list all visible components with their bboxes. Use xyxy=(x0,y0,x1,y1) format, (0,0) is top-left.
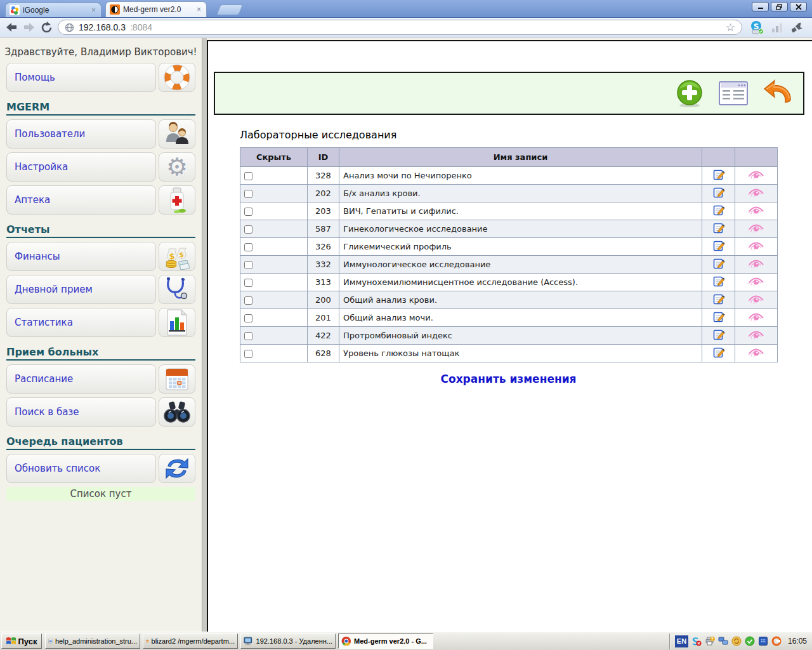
hide-checkbox[interactable] xyxy=(244,350,252,358)
tab-igoogle[interactable]: iGoogle × xyxy=(5,3,102,17)
sync-icon[interactable] xyxy=(731,636,742,646)
forward-nav-icon[interactable] xyxy=(23,22,36,33)
hide-checkbox[interactable] xyxy=(244,314,252,322)
refresh-list-button[interactable]: Обновить список xyxy=(6,454,156,483)
shield-check-icon[interactable] xyxy=(745,636,755,646)
hide-checkbox[interactable] xyxy=(244,190,252,198)
hide-checkbox[interactable] xyxy=(244,208,252,216)
skype-offline-icon[interactable] xyxy=(691,636,702,646)
tab-medgerm[interactable]: Med-germ ver2.0 × xyxy=(105,1,207,17)
eye-icon[interactable] xyxy=(748,347,764,357)
hide-checkbox[interactable] xyxy=(244,225,252,234)
navigation-toolbar: 192.168.0.3:8084 ☆ S xyxy=(0,18,812,37)
eye-icon[interactable] xyxy=(748,241,764,251)
help-button[interactable]: Помощь xyxy=(6,63,156,92)
statistics-icon-button[interactable] xyxy=(159,308,195,337)
eye-icon[interactable] xyxy=(748,258,764,269)
eye-icon[interactable] xyxy=(748,294,764,304)
settings-button[interactable]: Настройка xyxy=(6,152,156,182)
hide-cell xyxy=(240,309,308,327)
signal-bars-icon[interactable] xyxy=(771,22,784,32)
hide-checkbox[interactable] xyxy=(244,172,252,180)
name-cell: Иммунологическое исследование xyxy=(339,256,702,274)
pharmacy-button[interactable]: Аптека xyxy=(6,185,156,215)
view-cell xyxy=(735,309,778,327)
eye-icon[interactable] xyxy=(748,312,764,322)
edit-icon[interactable] xyxy=(712,204,725,216)
task-medgerm-active[interactable]: Med-germ ver2.0 - G... xyxy=(338,633,433,649)
save-changes-link[interactable]: Сохранить изменения xyxy=(240,373,777,385)
eye-icon[interactable] xyxy=(748,169,764,180)
id-cell: 200 xyxy=(308,291,339,309)
svg-text:S: S xyxy=(754,22,759,31)
edit-icon[interactable] xyxy=(712,328,725,341)
users-button[interactable]: Пользователи xyxy=(6,119,156,149)
view-cell xyxy=(735,274,778,291)
language-indicator[interactable]: EN xyxy=(675,635,688,647)
add-icon[interactable] xyxy=(675,79,704,108)
new-tab-button[interactable] xyxy=(216,4,244,15)
page-title: Лабораторные исследования xyxy=(240,129,396,141)
hide-checkbox[interactable] xyxy=(244,261,252,269)
edit-icon[interactable] xyxy=(712,293,725,305)
help-icon-button[interactable] xyxy=(159,63,195,92)
reload-icon[interactable] xyxy=(41,22,53,34)
back-nav-icon[interactable] xyxy=(5,22,18,33)
blue-app-icon[interactable] xyxy=(758,636,768,646)
settings-icon-button[interactable]: ⚙ xyxy=(159,152,195,182)
id-cell: 203 xyxy=(308,202,339,220)
network-icon[interactable] xyxy=(718,636,728,646)
task-word-doc[interactable]: W help_administration_stru... xyxy=(45,633,140,649)
printer-question-icon[interactable]: ? xyxy=(705,636,715,646)
daily-visits-button[interactable]: Дневной прием xyxy=(6,275,156,304)
comodo-icon[interactable] xyxy=(771,636,782,646)
search-db-icon-button[interactable] xyxy=(159,397,195,427)
eye-icon[interactable] xyxy=(748,223,764,233)
search-db-button[interactable]: Поиск в базе xyxy=(6,397,156,427)
edit-cell xyxy=(702,185,735,202)
finance-icon-button[interactable]: $ $ xyxy=(159,242,195,271)
refresh-list-icon-button[interactable] xyxy=(159,454,195,483)
edit-icon[interactable] xyxy=(712,239,725,252)
list-icon[interactable] xyxy=(718,80,749,107)
skype-ext-icon[interactable]: S xyxy=(750,20,764,34)
task-remote-desktop[interactable]: 192.168.0.3 - Удаленн... xyxy=(240,633,336,649)
name-cell: Анализ мочи по Нечипоренко xyxy=(339,167,702,185)
eye-icon[interactable] xyxy=(748,329,764,340)
daily-visits-icon-button[interactable] xyxy=(159,275,195,304)
edit-icon[interactable] xyxy=(712,168,725,181)
task-blizard[interactable]: нв blizard2 /mgerm/departm... xyxy=(143,633,238,649)
minimize-button[interactable] xyxy=(752,2,769,11)
eye-icon[interactable] xyxy=(748,276,764,286)
tab-close-icon[interactable]: × xyxy=(195,5,202,14)
hide-checkbox[interactable] xyxy=(244,296,252,305)
users-icon-button[interactable] xyxy=(159,119,195,149)
address-bar[interactable]: 192.168.0.3:8084 ☆ xyxy=(58,20,742,35)
undo-back-icon[interactable] xyxy=(763,79,793,107)
edit-icon[interactable] xyxy=(712,222,725,234)
hide-checkbox[interactable] xyxy=(244,332,252,340)
edit-icon[interactable] xyxy=(712,346,725,359)
start-button[interactable]: Пуск xyxy=(1,633,42,649)
edit-icon[interactable] xyxy=(712,275,725,288)
schedule-icon-button[interactable] xyxy=(159,364,195,394)
pharmacy-icon-button[interactable] xyxy=(159,185,195,215)
finance-button[interactable]: Финансы xyxy=(6,242,156,271)
edit-cell xyxy=(702,327,735,345)
tab-close-icon[interactable]: × xyxy=(90,6,97,15)
bookmark-star-icon[interactable]: ☆ xyxy=(726,22,735,33)
close-button[interactable] xyxy=(790,2,807,11)
edit-icon[interactable] xyxy=(712,310,725,323)
schedule-button[interactable]: Расписание xyxy=(6,364,156,394)
restore-button[interactable] xyxy=(771,2,788,11)
edit-icon[interactable] xyxy=(712,257,725,270)
hide-checkbox[interactable] xyxy=(244,243,252,251)
sidebar-item-settings: Настройка ⚙ xyxy=(6,152,195,182)
eye-icon[interactable] xyxy=(748,205,764,215)
edit-icon[interactable] xyxy=(712,186,725,199)
table-row: 313Иммунохемилюминисцентное исследование… xyxy=(240,274,778,291)
hide-checkbox[interactable] xyxy=(244,279,252,287)
statistics-button[interactable]: Статистика xyxy=(6,308,156,337)
eye-icon[interactable] xyxy=(748,187,764,197)
wrench-icon[interactable] xyxy=(792,21,804,34)
